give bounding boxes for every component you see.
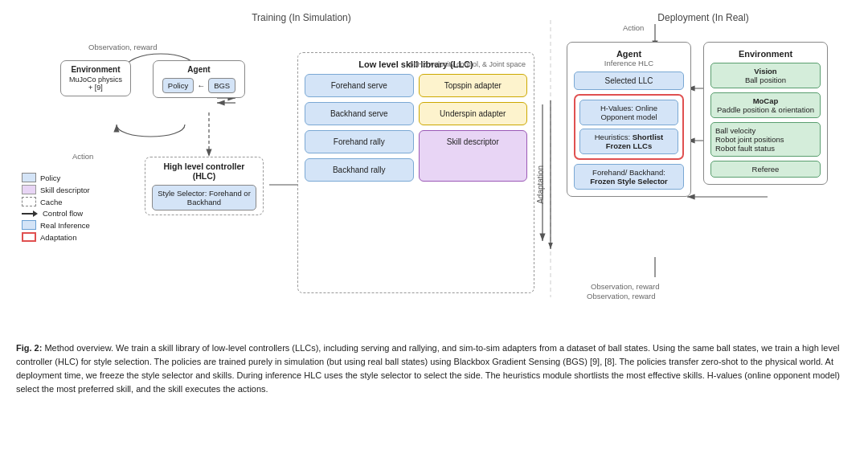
env-title: Environment [68, 65, 124, 74]
deployment-title: Deployment (In Real) [575, 12, 832, 23]
caption-text: Method overview. We train a skill librar… [16, 343, 840, 394]
legend-skill-descriptor: Skill descriptor [22, 185, 134, 194]
adaptation-arrow [542, 96, 559, 259]
legend-adaptation: Adaptation [22, 232, 134, 242]
legend-policy: Policy [22, 173, 134, 182]
action-label-train: Action [72, 151, 93, 161]
obs-reward-deploy: Observation, reward [587, 291, 656, 300]
policy-box: Policy [162, 78, 194, 93]
legend-real-inference: Real Inference [22, 220, 134, 230]
svg-text:Observation, reward: Observation, reward [591, 282, 660, 291]
llc-forehand-rally: Forehand rally [305, 130, 414, 153]
vision-box: Vision Ball position [710, 63, 821, 88]
llc-backhand-serve: Backhand serve [305, 102, 414, 125]
agent-deploy-title: Agent [574, 49, 684, 59]
llc-forehand-serve: Forehand serve [305, 74, 414, 97]
vision-title: Vision [715, 67, 816, 76]
action-label-deploy: Action [623, 22, 644, 32]
env-content: MuJoCo physics + [9] [68, 76, 124, 92]
mocap-content: Paddle position & orientation [715, 105, 816, 114]
h-values-box: H-Values: Online Opponent model [579, 100, 678, 125]
legend: Policy Skill descriptor Cache Control fl… [22, 173, 134, 244]
frozen-style-box: Forehand/ Backhand: Frozen Style Selecto… [574, 164, 684, 190]
caption: Fig. 2: Method overview. We train a skil… [12, 341, 856, 396]
caption-label: Fig. 2: [16, 343, 42, 353]
hlc-style-selector: Style Selector: Forehand or Backhand [152, 185, 256, 210]
heuristics-box: Heuristics: Shortlist Frozen LLCs [579, 129, 678, 154]
training-title: Training (In Simulation) [157, 12, 446, 23]
mocap-title: MoCap [715, 96, 816, 105]
environment-box: Environment MuJoCo physics + [9] [60, 60, 131, 96]
agent-deploy-subtitle: Inference HLC [574, 59, 684, 67]
llc-section: Low level skill library (LLC) 50Hz, velo… [297, 52, 534, 293]
llc-topspin: Topspin adapter [419, 74, 528, 97]
robot-joint: Robot joint positions [715, 135, 816, 144]
llc-grid: Forehand serve Topspin adapter Backhand … [305, 74, 527, 182]
agent-train-box: Agent Policy ← BGS [153, 60, 245, 98]
legend-cache: Cache [22, 197, 134, 206]
agent-deploy-box: Agent Inference HLC Selected LLC H-Value… [567, 42, 691, 197]
diagram-wrapper: Observation, reward Training (In Simulat… [12, 8, 856, 337]
env-deploy-box: Environment Vision Ball position MoCap P… [703, 42, 828, 185]
robot-fault: Robot fault status [715, 144, 816, 153]
referee: Referee [752, 165, 780, 174]
ball-velocity: Ball velocity [715, 126, 816, 135]
agent-train-title: Agent [160, 65, 238, 74]
hlc-box: High level controller (HLC) Style Select… [145, 157, 264, 215]
llc-skill-descriptor: Skill descriptor [419, 130, 528, 182]
referee-box: Referee [710, 161, 821, 178]
env-deploy-title: Environment [710, 49, 821, 59]
main-container: Observation, reward Training (In Simulat… [0, 0, 868, 404]
legend-control-flow: Control flow [22, 209, 134, 218]
vision-content: Ball position [715, 76, 816, 84]
frozen-style-bold: Frozen Style Selector [590, 177, 668, 186]
ball-velocity-box: Ball velocity Robot joint positions Robo… [710, 122, 821, 157]
hlc-title: High level controller [152, 161, 256, 171]
obs-reward-label: Observation, reward [88, 42, 158, 51]
selected-llc-box: Selected LLC [574, 72, 684, 90]
mocap-box: MoCap Paddle position & orientation [710, 92, 821, 118]
llc-underspin: Underspin adapter [419, 102, 528, 125]
hlc-title2: (HLC) [152, 171, 256, 181]
bgs-box: BGS [208, 78, 235, 93]
llc-subtitle: 50Hz, velocity control, & Joint space [409, 59, 526, 70]
llc-backhand-rally: Backhand rally [305, 158, 414, 182]
adaptation-group: H-Values: Online Opponent model Heuristi… [574, 94, 684, 160]
